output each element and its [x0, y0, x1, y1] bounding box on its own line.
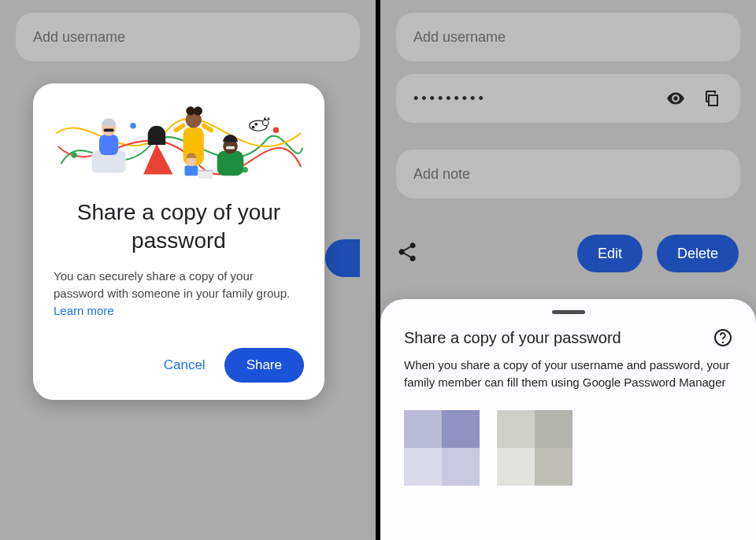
obscured-button [325, 239, 360, 277]
share-password-dialog: Share a copy of your password You can se… [33, 83, 324, 400]
sheet-body: When you share a copy of your username a… [404, 357, 732, 391]
action-row: Edit Delete [396, 235, 739, 272]
svg-point-24 [254, 123, 258, 126]
drag-handle[interactable] [552, 310, 585, 314]
help-icon[interactable] [713, 328, 732, 347]
visibility-toggle-icon[interactable] [665, 87, 687, 109]
svg-point-0 [71, 152, 76, 157]
username-field[interactable]: Add username [16, 13, 360, 61]
svg-rect-18 [198, 170, 213, 172]
edit-button[interactable]: Edit [577, 235, 643, 272]
dialog-body-text: You can securely share a copy of your pa… [54, 269, 290, 300]
sheet-title: Share a copy of your password [404, 329, 704, 347]
dialog-title: Share a copy of your password [54, 198, 304, 255]
svg-rect-21 [226, 146, 235, 150]
dialog-actions: Cancel Share [54, 348, 304, 383]
family-member-avatar[interactable] [497, 410, 573, 486]
family-member-list [404, 410, 732, 486]
share-icon[interactable] [396, 241, 418, 266]
delete-button[interactable]: Delete [657, 235, 739, 272]
share-button[interactable]: Share [224, 348, 304, 383]
note-placeholder: Add note [413, 166, 470, 183]
copy-icon[interactable] [701, 87, 723, 109]
svg-rect-5 [99, 135, 118, 155]
learn-more-link[interactable]: Learn more [54, 304, 114, 317]
svg-point-2 [273, 128, 279, 133]
username-field[interactable]: Add username [396, 13, 740, 61]
family-member-avatar[interactable] [404, 410, 480, 486]
cancel-button[interactable]: Cancel [164, 357, 206, 373]
svg-rect-7 [104, 128, 114, 131]
password-field[interactable]: ••••••••• [396, 74, 740, 123]
share-bottom-sheet: Share a copy of your password When you s… [380, 299, 756, 540]
username-placeholder: Add username [413, 29, 506, 46]
svg-rect-15 [184, 165, 198, 176]
left-screenshot: Add username [0, 0, 376, 540]
family-illustration [54, 101, 304, 189]
svg-point-23 [263, 120, 269, 125]
right-screenshot: Add username ••••••••• Add note Edit Del… [380, 0, 756, 540]
username-placeholder: Add username [33, 29, 125, 46]
dialog-body: You can securely share a copy of your pa… [54, 268, 304, 320]
svg-point-1 [130, 123, 135, 128]
svg-point-12 [194, 106, 202, 115]
password-value: ••••••••• [413, 91, 487, 107]
note-field[interactable]: Add note [396, 150, 740, 198]
svg-point-25 [252, 126, 255, 129]
svg-rect-19 [217, 150, 244, 176]
